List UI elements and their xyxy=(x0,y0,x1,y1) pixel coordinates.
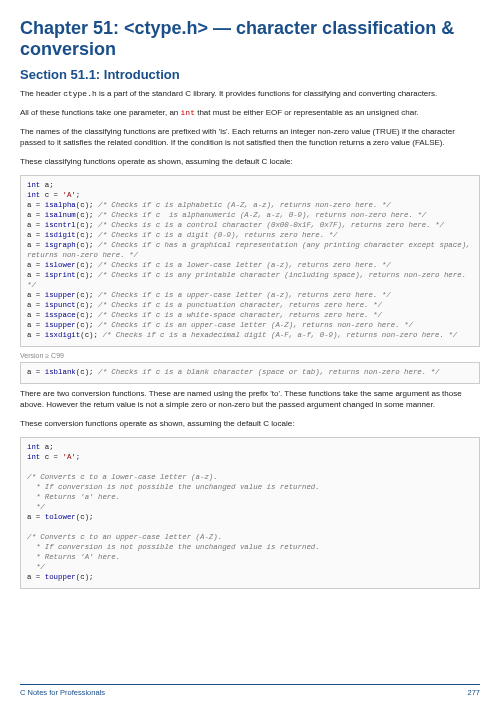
page-number: 277 xyxy=(467,688,480,697)
code-block-2: int a; int c = 'A'; /* Converts c to a l… xyxy=(20,437,480,589)
para-4: These classifying functions operate as s… xyxy=(20,157,480,168)
section-title: Section 51.1: Introduction xyxy=(20,67,480,82)
page-footer: C Notes for Professionals 277 xyxy=(20,684,480,697)
footer-left: C Notes for Professionals xyxy=(20,688,105,697)
para-1: The header ctype.h is a part of the stan… xyxy=(20,89,480,100)
code-block-1b: a = isblank(c); /* Checks if c is a blan… xyxy=(20,362,480,384)
version-note: Version ≥ C99 xyxy=(20,352,480,359)
code-block-1: int a; int c = 'A'; a = isalpha(c); /* C… xyxy=(20,175,480,347)
para-2: All of these functions take one paramete… xyxy=(20,108,480,119)
para-5: There are two conversion functions. Thes… xyxy=(20,389,480,411)
inline-code: int xyxy=(181,108,195,117)
para-3: The names of the classifying functions a… xyxy=(20,127,480,149)
chapter-title: Chapter 51: <ctype.h> — character classi… xyxy=(20,18,480,59)
para-6: These conversion functions operate as sh… xyxy=(20,419,480,430)
inline-code: ctype.h xyxy=(63,89,97,98)
